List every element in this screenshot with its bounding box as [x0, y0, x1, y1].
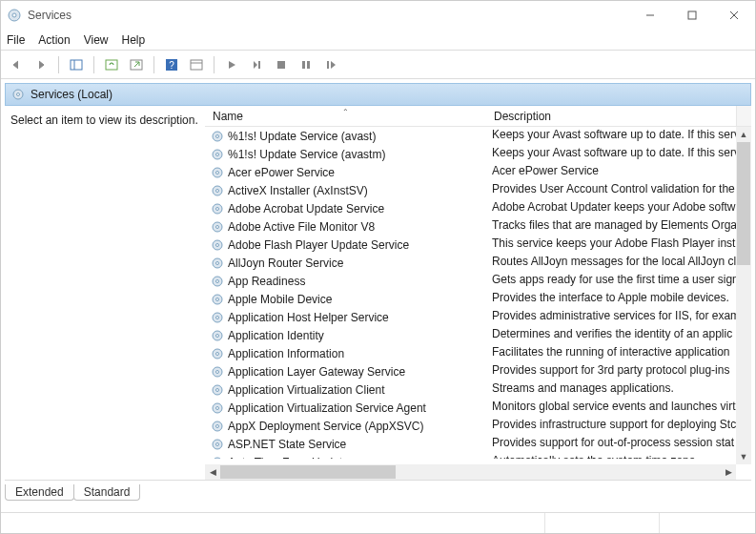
service-name: App Readiness	[228, 275, 305, 288]
help-icon[interactable]: ?	[162, 55, 181, 74]
service-name: Auto Time Zone Updater	[228, 456, 353, 460]
scroll-thumb-horizontal[interactable]	[220, 465, 396, 479]
menu-help[interactable]: Help	[122, 33, 146, 47]
service-description: Streams and manages applications.	[492, 381, 674, 395]
service-row[interactable]: AppX Deployment Service (AppXSVC)Provide…	[205, 417, 751, 435]
scroll-up-icon[interactable]: ▲	[736, 127, 751, 142]
scroll-down-icon[interactable]: ▼	[736, 449, 751, 464]
service-name: Application Host Helper Service	[228, 311, 389, 324]
service-row[interactable]: Application Host Helper ServiceProvides …	[205, 308, 751, 326]
service-row[interactable]: AllJoyn Router ServiceRoutes AllJoyn mes…	[205, 254, 751, 272]
service-name: Application Layer Gateway Service	[228, 365, 405, 379]
service-row[interactable]: %1!s! Update Service (avast)Keeps your A…	[205, 127, 751, 145]
service-description: Automatically sets the system time zone.	[492, 454, 699, 459]
svg-point-49	[216, 370, 219, 373]
refresh-icon[interactable]	[102, 55, 121, 74]
service-icon	[211, 202, 224, 216]
service-description: Gets apps ready for use the first time a…	[492, 273, 739, 286]
start-service-icon[interactable]	[222, 55, 241, 74]
svg-point-1	[12, 13, 16, 17]
svg-point-23	[216, 134, 219, 137]
resume-service-icon[interactable]	[321, 55, 340, 74]
menu-view[interactable]: View	[84, 33, 109, 47]
service-name: Adobe Flash Player Update Service	[228, 238, 409, 252]
svg-rect-13	[191, 60, 202, 70]
service-name: Application Information	[228, 347, 344, 360]
svg-point-27	[216, 171, 219, 174]
close-button[interactable]	[713, 1, 755, 30]
service-row[interactable]: Application Layer Gateway ServiceProvide…	[205, 362, 751, 380]
scroll-thumb-vertical[interactable]	[737, 142, 750, 265]
svg-point-33	[216, 225, 219, 228]
service-description: Facilitates the running of interactive a…	[492, 345, 729, 359]
service-icon	[211, 311, 224, 324]
svg-point-47	[216, 352, 219, 355]
scope-title: Services (Local)	[31, 88, 112, 101]
tab-extended[interactable]: Extended	[5, 484, 74, 501]
forward-icon[interactable]	[31, 55, 51, 74]
stop-service-icon[interactable]	[272, 55, 291, 74]
service-description: Keeps your Avast software up to date. If…	[492, 128, 740, 141]
show-hide-tree-icon[interactable]	[67, 55, 86, 74]
service-icon	[211, 383, 224, 397]
pause-service-icon[interactable]	[296, 55, 316, 74]
service-description: Provides support for 3rd party protocol …	[492, 363, 729, 377]
service-description: Keeps your Avast software up to date. If…	[492, 146, 740, 159]
column-name[interactable]: Name ⌃	[205, 106, 486, 126]
service-description: This service keeps your Adobe Flash Play…	[492, 236, 742, 250]
service-name: Adobe Active File Monitor V8	[228, 220, 375, 234]
service-name: Application Virtualization Service Agent	[228, 401, 426, 415]
column-headers: Name ⌃ Description	[205, 106, 751, 127]
service-row[interactable]: Application IdentityDetermines and verif…	[205, 326, 751, 344]
service-row[interactable]: Adobe Flash Player Update ServiceThis se…	[205, 236, 751, 254]
menu-action[interactable]: Action	[38, 33, 70, 47]
export-icon[interactable]	[127, 55, 146, 74]
service-row[interactable]: ASP.NET State ServiceProvides support fo…	[205, 435, 751, 453]
service-icon	[211, 438, 224, 451]
service-name: %1!s! Update Service (avast)	[228, 130, 376, 143]
service-row[interactable]: Application InformationFacilitates the r…	[205, 344, 751, 362]
tab-standard[interactable]: Standard	[73, 484, 141, 501]
svg-point-31	[216, 207, 219, 210]
service-row[interactable]: Acer ePower ServiceAcer ePower Service	[205, 163, 751, 181]
properties-icon[interactable]	[187, 55, 206, 74]
svg-point-57	[216, 442, 219, 445]
service-row[interactable]: Adobe Acrobat Update ServiceAdobe Acroba…	[205, 199, 751, 217]
service-row[interactable]: Auto Time Zone UpdaterAutomatically sets…	[205, 453, 751, 459]
service-row[interactable]: Application Virtualization Service Agent…	[205, 399, 751, 417]
services-list[interactable]: %1!s! Update Service (avast)Keeps your A…	[205, 127, 751, 459]
column-description-label: Description	[494, 110, 551, 123]
svg-point-21	[17, 93, 20, 96]
restart-service-icon[interactable]	[247, 55, 266, 74]
service-row[interactable]: App ReadinessGets apps ready for use the…	[205, 272, 751, 290]
service-icon	[211, 365, 224, 379]
horizontal-scrollbar[interactable]: ◀ ▶	[205, 464, 736, 480]
service-row[interactable]: Adobe Active File Monitor V8Tracks files…	[205, 217, 751, 236]
maximize-button[interactable]	[671, 1, 713, 30]
service-name: Acer ePower Service	[228, 166, 335, 179]
vertical-scrollbar[interactable]: ▲ ▼	[736, 127, 751, 464]
scroll-left-icon[interactable]: ◀	[205, 464, 220, 480]
service-name: %1!s! Update Service (avastm)	[228, 148, 385, 161]
service-description: Acer ePower Service	[492, 164, 599, 177]
service-row[interactable]: Apple Mobile DeviceProvides the interfac…	[205, 290, 751, 308]
service-icon	[211, 329, 224, 342]
scroll-right-icon[interactable]: ▶	[721, 464, 736, 480]
back-icon[interactable]	[7, 55, 26, 74]
svg-rect-16	[277, 61, 285, 69]
svg-rect-15	[258, 61, 260, 69]
service-row[interactable]: Application Virtualization ClientStreams…	[205, 380, 751, 399]
service-name: Application Identity	[228, 329, 324, 342]
service-description: Provides the interface to Apple mobile d…	[492, 291, 729, 304]
service-icon	[211, 275, 224, 288]
service-row[interactable]: ActiveX Installer (AxInstSV)Provides Use…	[205, 181, 751, 199]
services-icon	[11, 88, 25, 101]
menu-file[interactable]: File	[7, 33, 25, 47]
column-description[interactable]: Description	[486, 106, 736, 126]
sort-indicator-icon: ⌃	[342, 108, 349, 116]
minimize-button[interactable]	[629, 1, 671, 30]
service-row[interactable]: %1!s! Update Service (avastm)Keeps your …	[205, 145, 751, 163]
service-icon	[211, 293, 224, 306]
svg-point-58	[213, 458, 222, 460]
svg-point-37	[216, 261, 219, 264]
